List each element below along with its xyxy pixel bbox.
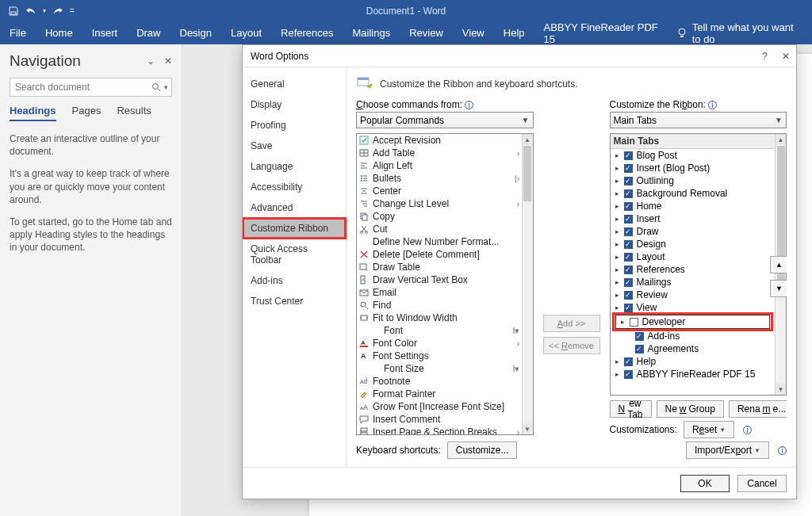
ribbon-tab-item[interactable]: ▸Developer: [616, 315, 770, 328]
new-tab-button[interactable]: New Tab: [610, 400, 652, 418]
checkbox[interactable]: [624, 189, 633, 198]
expand-icon[interactable]: ▸: [614, 278, 622, 286]
move-down-button[interactable]: ▼: [770, 280, 787, 297]
cat-display[interactable]: Display: [243, 94, 346, 115]
tab-help[interactable]: Help: [494, 21, 534, 44]
remove-button[interactable]: << Remove: [543, 337, 600, 354]
tab-layout[interactable]: Layout: [221, 21, 271, 44]
scroll-thumb[interactable]: [523, 146, 531, 201]
checkbox[interactable]: [624, 240, 633, 249]
tell-me[interactable]: Tell me what you want to do: [668, 21, 812, 45]
new-group-button[interactable]: New Group: [657, 400, 724, 418]
expand-icon[interactable]: ▸: [614, 202, 622, 210]
command-item[interactable]: Copy: [357, 210, 522, 223]
expand-icon[interactable]: ▸: [614, 304, 622, 312]
ribbon-tab-item[interactable]: ▸Insert: [611, 212, 776, 225]
command-item[interactable]: AAGrow Font [Increase Font Size]: [357, 400, 522, 413]
expand-icon[interactable]: ▸: [614, 357, 622, 365]
command-item[interactable]: Define New Number Format...: [357, 235, 522, 248]
checkbox[interactable]: [624, 253, 633, 262]
scrollbar[interactable]: ▲ ▼: [522, 134, 533, 434]
cat-addins[interactable]: Add-ins: [243, 270, 346, 291]
checkbox[interactable]: [630, 318, 638, 327]
tab-draw[interactable]: Draw: [127, 21, 170, 44]
command-item[interactable]: Format Painter: [357, 388, 522, 400]
ribbon-tab-item[interactable]: ▸Design: [611, 238, 776, 250]
rename-button[interactable]: Rename...: [729, 400, 787, 418]
choose-commands-combo[interactable]: Popular Commands ▼: [356, 112, 534, 128]
checkbox[interactable]: [624, 370, 633, 379]
ribbon-tab-item[interactable]: ▸Outlining: [611, 174, 776, 187]
tab-references[interactable]: References: [271, 21, 343, 44]
command-item[interactable]: Insert Page & Section Breaks›: [357, 426, 522, 434]
expand-icon[interactable]: ▸: [614, 370, 622, 378]
ribbon-tab-item[interactable]: ▸Help: [611, 355, 776, 368]
dialog-close-icon[interactable]: ✕: [782, 51, 790, 62]
cat-proofing[interactable]: Proofing: [243, 115, 346, 136]
customize-ribbon-combo[interactable]: Main Tabs ▼: [610, 112, 787, 128]
dialog-help-icon[interactable]: ?: [762, 51, 768, 62]
checkbox[interactable]: [635, 332, 644, 341]
ribbon-tab-item[interactable]: ▸ABBYY FineReader PDF 15: [611, 368, 776, 380]
nav-tab-headings[interactable]: Headings: [10, 105, 56, 121]
nav-tab-pages[interactable]: Pages: [72, 105, 102, 121]
ribbon-tab-item[interactable]: ▸Insert (Blog Post): [611, 162, 776, 174]
command-item[interactable]: Delete [Delete Comment]: [357, 248, 522, 261]
command-item[interactable]: Insert Comment: [357, 413, 522, 426]
command-item[interactable]: AB1Footnote: [357, 375, 522, 388]
cat-customize-ribbon[interactable]: Customize Ribbon: [243, 218, 346, 239]
expand-icon[interactable]: ▸: [614, 151, 622, 159]
checkbox[interactable]: [624, 291, 633, 300]
info-icon[interactable]: i: [465, 101, 473, 109]
checkbox[interactable]: [624, 177, 633, 185]
expand-icon[interactable]: ▸: [614, 240, 622, 248]
cat-general[interactable]: General: [243, 74, 346, 94]
info-icon[interactable]: i: [708, 101, 717, 109]
checkbox[interactable]: [624, 278, 633, 287]
tab-view[interactable]: View: [453, 21, 494, 44]
ribbon-tree[interactable]: Main Tabs ▸Blog Post▸Insert (Blog Post)▸…: [610, 133, 787, 396]
ribbon-tab-item[interactable]: ▸Mailings: [611, 276, 776, 289]
expand-icon[interactable]: ▸: [619, 318, 627, 326]
expand-icon[interactable]: ▸: [614, 189, 622, 197]
checkbox[interactable]: [624, 215, 633, 224]
checkbox[interactable]: [624, 151, 633, 160]
ribbon-tab-item[interactable]: ▸Layout: [611, 250, 776, 263]
expand-icon[interactable]: ▸: [614, 253, 622, 261]
command-item[interactable]: Email: [357, 286, 522, 299]
cat-qat[interactable]: Quick Access Toolbar: [243, 239, 346, 270]
scroll-down-icon[interactable]: ▼: [776, 384, 786, 395]
checkbox[interactable]: [624, 227, 633, 236]
command-item[interactable]: Change List Level›: [357, 197, 522, 210]
cat-advanced[interactable]: Advanced: [243, 197, 346, 218]
cat-language[interactable]: Language: [243, 156, 346, 177]
command-item[interactable]: Align Left: [357, 159, 522, 172]
tab-review[interactable]: Review: [400, 21, 453, 44]
command-item[interactable]: Center: [357, 185, 522, 197]
commands-listbox[interactable]: Accept RevisionAdd Table›Align LeftBulle…: [356, 133, 534, 435]
add-button[interactable]: Add >>: [543, 315, 600, 332]
command-item[interactable]: Accept Revision: [357, 134, 522, 147]
expand-icon[interactable]: ▸: [614, 177, 622, 185]
command-item[interactable]: Cut: [357, 223, 522, 235]
tab-design[interactable]: Design: [170, 21, 221, 44]
ribbon-tab-item[interactable]: ▸Blog Post: [611, 149, 776, 162]
scroll-up-icon[interactable]: ▲: [776, 134, 786, 145]
command-item[interactable]: Bullets|›: [357, 172, 522, 185]
ribbon-tab-item[interactable]: ▸Review: [611, 289, 776, 301]
command-item[interactable]: AFont Color›: [357, 337, 522, 350]
info-icon[interactable]: i: [778, 446, 787, 455]
nav-search-input[interactable]: [10, 82, 148, 93]
ribbon-tab-item[interactable]: ▸Background Removal: [611, 187, 776, 200]
nav-collapse-icon[interactable]: ⌄: [147, 55, 155, 67]
reset-button[interactable]: Reset▼: [684, 421, 734, 438]
checkbox[interactable]: [635, 345, 644, 354]
nav-tab-results[interactable]: Results: [117, 105, 151, 121]
tab-mailings[interactable]: Mailings: [343, 21, 400, 44]
command-item[interactable]: Add Table›: [357, 147, 522, 159]
expand-icon[interactable]: ▸: [614, 291, 622, 299]
search-icon[interactable]: [151, 82, 161, 92]
expand-icon[interactable]: ▸: [614, 215, 622, 223]
scroll-up-icon[interactable]: ▲: [523, 134, 533, 145]
command-item[interactable]: Find: [357, 299, 522, 312]
